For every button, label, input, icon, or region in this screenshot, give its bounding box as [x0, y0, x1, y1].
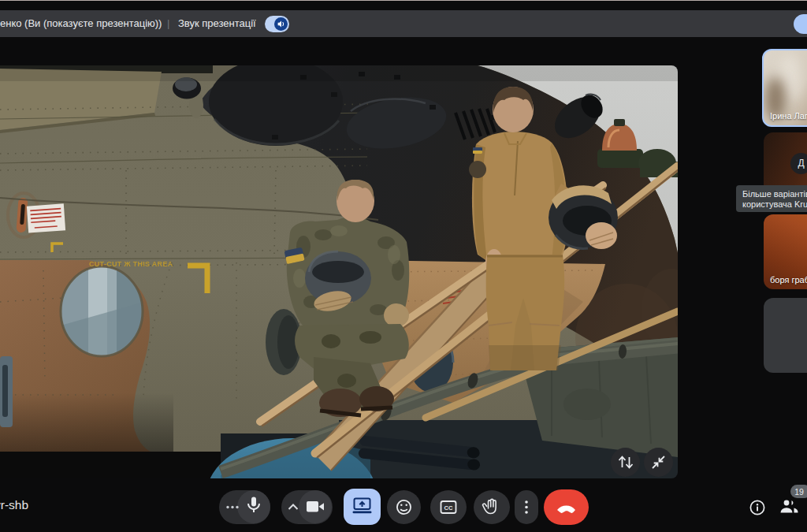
- svg-text:CUT-CUT Ж THIS AREA: CUT-CUT Ж THIS AREA: [89, 260, 173, 268]
- svg-text:CC: CC: [444, 504, 453, 512]
- svg-text:19: 19: [794, 487, 804, 497]
